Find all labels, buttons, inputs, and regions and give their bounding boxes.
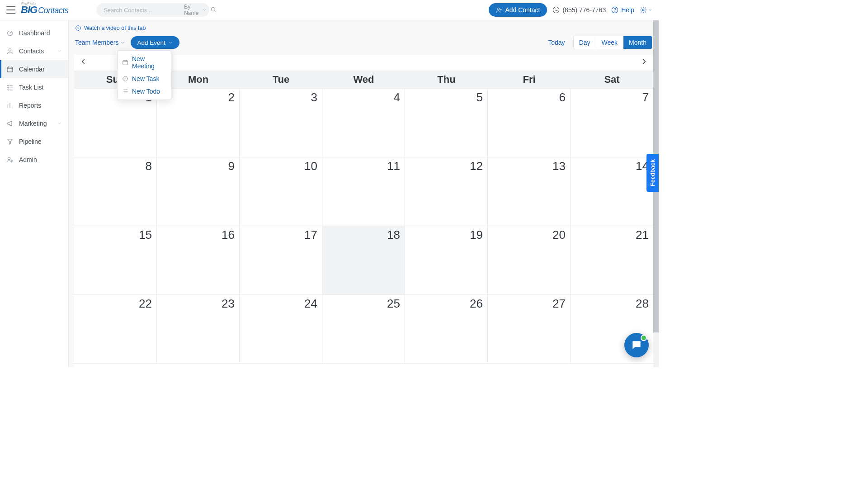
page-scrollbar[interactable] (653, 20, 659, 367)
chevron-right-icon (640, 57, 648, 66)
calendar-day-cell[interactable]: 16 (157, 226, 240, 295)
day-number: 16 (222, 228, 235, 242)
calendar-day-cell[interactable]: 4 (322, 89, 405, 157)
calendar-day-cell[interactable]: 10 (240, 157, 322, 226)
calendar-day-cell[interactable]: 15 (74, 226, 157, 295)
sidebar-item-pipeline[interactable]: Pipeline (0, 133, 68, 151)
watch-video-link[interactable]: Watch a video of this tab (74, 24, 653, 36)
settings-dropdown[interactable] (640, 6, 652, 14)
svg-point-9 (8, 157, 10, 160)
day-number: 11 (387, 159, 400, 173)
brand-proprofs: ProProfs (21, 2, 37, 5)
svg-point-14 (123, 90, 123, 90)
day-number: 2 (228, 90, 235, 104)
calendar-day-cell[interactable]: 26 (405, 295, 488, 364)
view-switch: Today DayWeekMonth (543, 36, 652, 49)
calendar-toolbar: Team Members Add Event New MeetingNew Ta… (74, 36, 653, 55)
view-month-button[interactable]: Month (623, 36, 652, 49)
day-number: 9 (228, 159, 235, 173)
calendar-day-cell[interactable]: 11 (322, 157, 405, 226)
calendar-day-cell[interactable]: 21 (571, 226, 653, 295)
search-filter-dropdown[interactable]: By Name (184, 4, 207, 16)
svg-point-13 (123, 76, 128, 81)
menu-toggle-icon[interactable] (6, 6, 15, 14)
phone-number-label: (855) 776-7763 (562, 6, 606, 14)
admin-icon (6, 156, 14, 163)
calendar-day-cell[interactable]: 5 (405, 89, 488, 157)
calendar-day-cell[interactable]: 18 (322, 226, 405, 295)
brand-logo[interactable]: ProProfs BIG Contacts (21, 5, 68, 15)
search-box[interactable]: By Name (96, 3, 209, 17)
sidebar-item-reports[interactable]: Reports (0, 96, 68, 114)
gear-icon (640, 6, 647, 14)
team-members-label: Team Members (75, 39, 118, 46)
chat-widget[interactable] (624, 333, 649, 357)
sidebar-item-marketing[interactable]: Marketing (0, 114, 68, 133)
day-header: Fri (488, 71, 571, 88)
view-day-button[interactable]: Day (574, 36, 596, 49)
calendar-day-cell[interactable]: 20 (488, 226, 571, 295)
task-list-icon (6, 84, 14, 91)
svg-point-2 (553, 7, 559, 13)
phone-number[interactable]: (855) 776-7763 (552, 6, 606, 14)
today-button[interactable]: Today (543, 36, 569, 49)
calendar-day-cell[interactable]: 7 (571, 89, 653, 157)
search-icon[interactable] (210, 6, 217, 14)
day-number: 7 (642, 90, 649, 104)
sidebar-item-task-list[interactable]: Task List (0, 78, 68, 96)
sidebar-item-label: Admin (19, 156, 37, 163)
calendar-day-cell[interactable]: 13 (488, 157, 571, 226)
add-contact-button[interactable]: Add Contact (489, 3, 547, 17)
svg-point-18 (636, 344, 637, 345)
brand-contacts: Contacts (38, 6, 68, 14)
menu-item-new-task[interactable]: New Task (118, 72, 171, 85)
day-number: 20 (552, 228, 566, 242)
sidebar-item-dashboard[interactable]: Dashboard (0, 24, 68, 42)
day-number: 19 (470, 228, 483, 242)
sidebar-item-label: Dashboard (19, 29, 50, 37)
view-week-button[interactable]: Week (596, 36, 623, 49)
feedback-tab[interactable]: Feedback (646, 154, 659, 192)
calendar-day-cell[interactable]: 19 (405, 226, 488, 295)
next-month-button[interactable] (640, 57, 649, 68)
prev-month-button[interactable] (79, 57, 88, 68)
calendar-day-cell[interactable]: 14 (571, 157, 653, 226)
calendar-day-cell[interactable]: 25 (322, 295, 405, 364)
calendar-day-cell[interactable]: 17 (240, 226, 322, 295)
search-input[interactable] (103, 6, 180, 14)
day-number: 21 (636, 228, 649, 242)
sidebar-item-label: Contacts (19, 47, 44, 55)
add-event-button[interactable]: Add Event (131, 36, 179, 49)
calendar-day-cell[interactable]: 23 (157, 295, 240, 364)
day-number: 25 (387, 297, 400, 311)
chevron-down-icon (57, 48, 62, 54)
calendar-day-cell[interactable]: 9 (157, 157, 240, 226)
calendar-day-cell[interactable]: 12 (405, 157, 488, 226)
help-link[interactable]: Help (611, 6, 634, 14)
day-number: 3 (311, 90, 317, 104)
calendar-day-cell[interactable]: 24 (240, 295, 322, 364)
sidebar-item-label: Pipeline (19, 138, 42, 145)
team-members-dropdown[interactable]: Team Members (75, 39, 125, 46)
menu-item-new-meeting[interactable]: New Meeting (118, 52, 171, 72)
day-number: 26 (470, 297, 483, 311)
view-segmented: DayWeekMonth (573, 36, 652, 49)
sidebar-item-admin[interactable]: Admin (0, 151, 68, 169)
caret-down-icon (168, 40, 173, 45)
add-event-menu: New MeetingNew TaskNew Todo (117, 50, 171, 100)
calendar-day-cell[interactable]: 8 (74, 157, 157, 226)
dashboard-icon (6, 29, 14, 37)
menu-item-label: New Task (132, 75, 159, 82)
menu-item-label: New Todo (132, 88, 160, 95)
calendar-day-cell[interactable]: 22 (74, 295, 157, 364)
day-number: 4 (394, 90, 400, 104)
sidebar-item-calendar[interactable]: Calendar (0, 60, 68, 78)
sidebar-item-label: Calendar (19, 66, 45, 73)
svg-point-4 (615, 11, 615, 12)
svg-rect-12 (123, 61, 128, 65)
calendar-day-cell[interactable]: 27 (488, 295, 571, 364)
sidebar-item-contacts[interactable]: Contacts (0, 42, 68, 60)
calendar-day-cell[interactable]: 6 (488, 89, 571, 157)
menu-item-new-todo[interactable]: New Todo (118, 85, 171, 98)
calendar-day-cell[interactable]: 3 (240, 89, 322, 157)
